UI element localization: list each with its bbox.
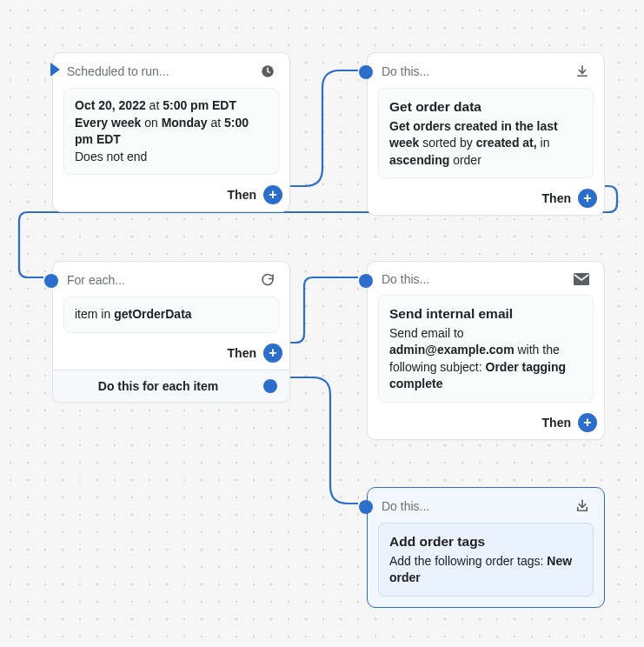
node-for-each[interactable]: For each... item in getOrderData Then + … xyxy=(52,261,290,403)
add-step-button[interactable]: + xyxy=(578,413,597,432)
then-label: Then xyxy=(228,188,256,202)
node-head-label: Scheduled to run... xyxy=(67,64,251,78)
download-icon xyxy=(574,63,590,79)
add-step-button[interactable]: + xyxy=(578,189,597,208)
add-step-button[interactable]: + xyxy=(263,344,282,363)
then-label: Then xyxy=(542,191,571,205)
node-then[interactable]: Then + xyxy=(368,189,604,215)
clock-icon xyxy=(260,63,276,79)
node-body: Add order tags Add the following order t… xyxy=(378,523,594,597)
import-icon xyxy=(574,498,590,514)
output-port xyxy=(263,379,277,393)
node-body: Oct 20, 2022 at 5:00 pm EDT Every week o… xyxy=(63,88,279,175)
input-port xyxy=(359,500,373,514)
node-add-order-tags[interactable]: Do this... Add order tags Add the follow… xyxy=(367,487,605,608)
add-step-button[interactable]: + xyxy=(263,185,282,204)
node-body: item in getOrderData xyxy=(63,297,279,333)
foreach-sub-label: Do this for each item xyxy=(65,379,251,393)
input-port xyxy=(359,65,373,79)
play-icon xyxy=(48,62,62,77)
node-body: Send internal email Send email to admin@… xyxy=(378,295,594,403)
node-head-label: Do this... xyxy=(382,499,566,513)
node-send-email[interactable]: Do this... Send internal email Send emai… xyxy=(367,261,605,440)
node-then[interactable]: Then + xyxy=(53,185,289,211)
node-get-order-data[interactable]: Do this... Get order data Get orders cre… xyxy=(367,52,605,216)
node-head-label: For each... xyxy=(67,273,251,287)
node-then[interactable]: Then + xyxy=(53,344,289,370)
node-body: Get order data Get orders created in the… xyxy=(378,88,594,178)
email-icon xyxy=(573,272,590,286)
for-each-sub-branch[interactable]: Do this for each item xyxy=(53,370,289,402)
node-head-label: Do this... xyxy=(382,64,566,78)
node-scheduled-trigger[interactable]: Scheduled to run... Oct 20, 2022 at 5:00… xyxy=(52,52,290,212)
input-port xyxy=(44,274,58,288)
then-label: Then xyxy=(228,346,256,360)
input-port xyxy=(359,274,373,288)
node-head-label: Do this... xyxy=(382,272,564,286)
loop-icon xyxy=(260,272,276,288)
node-then[interactable]: Then + xyxy=(368,413,604,439)
then-label: Then xyxy=(542,416,571,430)
